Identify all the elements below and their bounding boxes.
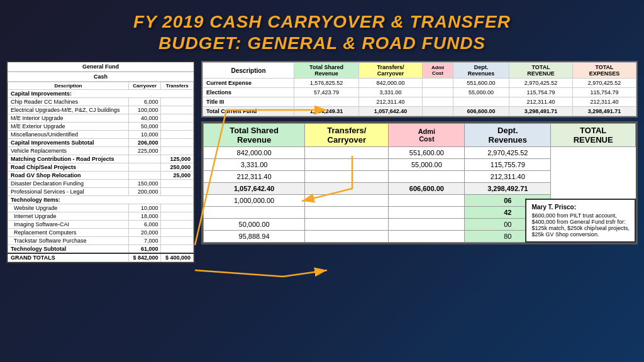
col-desc-header: Description <box>8 82 129 90</box>
table-row: M/E Exterior Upgrade 50,000 <box>8 123 194 131</box>
table-row: Elections 57,423.79 3,331.00 55,000.00 1… <box>203 88 636 97</box>
zh-total: TOTALREVENUE <box>551 124 636 147</box>
top-table-container: Description Total SharedRevenue Transfer… <box>201 61 638 118</box>
table-row: Trackstar Software Purchase 7,000 <box>8 237 194 245</box>
table-row: Miscellaneous/Unidentified 10,000 <box>8 131 194 139</box>
table-row: Vehicle Replacements 225,000 <box>8 147 194 155</box>
left-table: Description Carryover Transfers Capital … <box>8 82 194 262</box>
top-th-desc: Description <box>203 63 294 79</box>
table-row: - 212,311.40 212,311.40 <box>204 171 636 183</box>
top-th-total-rev: TOTALREVENUE <box>509 63 573 79</box>
zh-transfers: Transfers/Carryover <box>305 124 389 147</box>
top-table: Description Total SharedRevenue Transfer… <box>203 62 636 116</box>
title-area: FY 2019 CASH CARRYOVER & TRANSFER BUDGET… <box>0 0 644 61</box>
table-row: Road Chip/Seal Projects 250,000 <box>8 163 194 172</box>
table-row: Current Expense 1,576,825.52 842,000.00 … <box>203 79 636 88</box>
table-row: Imaging Software-CAI 6,000 <box>8 221 194 229</box>
grand-total-row: GRAND TOTALS $ 842,000 $ 400,000 <box>8 253 194 262</box>
annotation-line4: $25k GV Shop conversion. <box>531 231 630 238</box>
table-row: Technology Subtotal 61,000 <box>8 245 194 254</box>
page-title-line1: FY 2019 CASH CARRYOVER & TRANSFER <box>0 11 644 33</box>
table-row: Capital Improvements Subtotal 206,000 <box>8 139 194 147</box>
col-carryover-header: Carryover <box>128 82 161 90</box>
zh-shared: Total SharedRevenue <box>204 124 305 147</box>
zoom-table-container: Total SharedRevenue Transfers/Carryover … <box>201 121 638 244</box>
page-title-line2: BUDGET: GENERAL & ROAD FUNDS <box>0 33 644 54</box>
left-table-header2: Cash <box>8 72 194 82</box>
top-th-admi: AdmiCost <box>422 63 453 79</box>
table-row: Capital Improvements: <box>8 90 194 98</box>
table-row: 1,634,250.31 1,057,642.40 606,600.00 3,2… <box>204 183 636 195</box>
left-table-header1: General Fund <box>8 62 194 72</box>
section-capital: Capital Improvements: <box>8 90 194 98</box>
total-current-fund-row: Total Current Fund 1,634,249.31 1,057,64… <box>203 107 636 116</box>
table-row: 1,576,825.52 842,000.00 551,600.00 2,970… <box>204 147 636 159</box>
table-row: M/E Interior Upgrade 40,000 <box>8 114 194 123</box>
annotation-line2: $400,000 from General Fund trsfr for: <box>531 219 630 225</box>
table-row: Title III 212,311.40 212,311.40 212,311.… <box>203 97 636 107</box>
table-row: Electrical Upgrades-M/E, P&Z, CJ buildin… <box>8 106 194 114</box>
table-row: Professional Services - Legal 200,000 <box>8 188 194 196</box>
content-area: General Fund Cash Description Carryover … <box>0 61 644 263</box>
annotation-box: Mary T. Prisco: $600,000 from PILT trust… <box>525 199 636 243</box>
table-row: Road GV Shop Relocation 25,000 <box>8 172 194 180</box>
table-row: Technology Items: <box>8 196 194 204</box>
table-row: Replacement Computers 20,000 <box>8 229 194 237</box>
table-row: Disaster Declaration Funding 150,000 <box>8 180 194 188</box>
table-row: Internet Upgrade 18,000 <box>8 212 194 221</box>
zh-admi: AdmiCost <box>389 124 465 147</box>
table-row: Website Upgrade 10,000 <box>8 204 194 212</box>
col-transfers-header: Transfers <box>161 82 194 90</box>
table-row: Chip Reader CC Machines 6,000 <box>8 98 194 106</box>
table-row: 57,424.79 3,331.00 55,000.00 115,755.79 <box>204 159 636 171</box>
top-th-dept: Dept.Revenues <box>453 63 509 79</box>
top-th-transfers: Transfers/Carryover <box>358 63 422 79</box>
right-area: Description Total SharedRevenue Transfer… <box>201 61 638 263</box>
top-th-shared: Total SharedRevenue <box>294 63 359 79</box>
annotation-title: Mary T. Prisco: <box>531 204 630 211</box>
left-table-container: General Fund Cash Description Carryover … <box>6 61 195 263</box>
annotation-line3: $125k match, $250k chip/seal projects, <box>531 225 630 231</box>
zh-dept: Dept.Revenues <box>465 124 551 147</box>
top-th-total-exp: TOTALEXPENSES <box>573 63 636 79</box>
annotation-line1: $600,000 from PILT trust account, <box>531 212 630 219</box>
table-row: Matching Contribution - Road Projects 12… <box>8 155 194 163</box>
